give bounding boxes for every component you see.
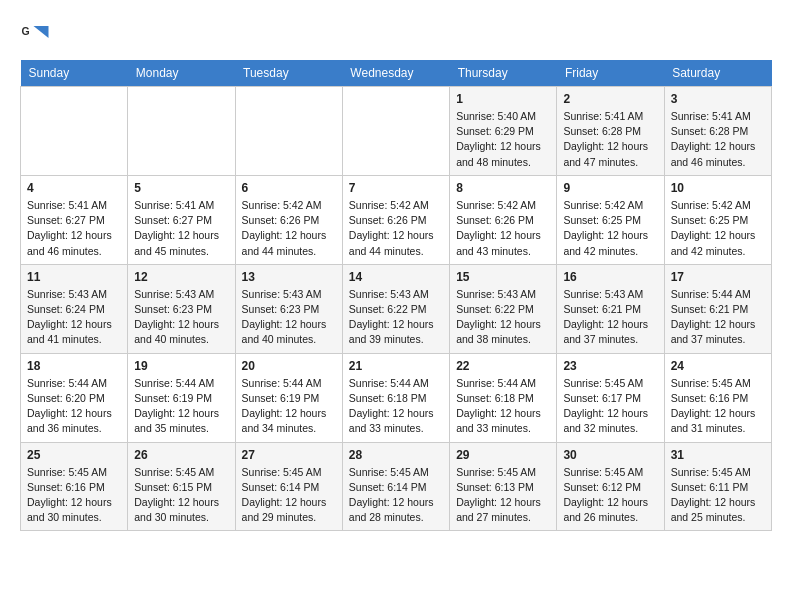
day-info: Sunrise: 5:43 AMSunset: 6:24 PMDaylight:…	[27, 287, 121, 348]
day-info: Sunrise: 5:44 AMSunset: 6:21 PMDaylight:…	[671, 287, 765, 348]
calendar-cell: 21Sunrise: 5:44 AMSunset: 6:18 PMDayligh…	[342, 353, 449, 442]
day-info: Sunrise: 5:40 AMSunset: 6:29 PMDaylight:…	[456, 109, 550, 170]
day-info: Sunrise: 5:42 AMSunset: 6:26 PMDaylight:…	[349, 198, 443, 259]
week-row-2: 4Sunrise: 5:41 AMSunset: 6:27 PMDaylight…	[21, 175, 772, 264]
day-number: 18	[27, 359, 121, 373]
day-info: Sunrise: 5:44 AMSunset: 6:18 PMDaylight:…	[456, 376, 550, 437]
day-number: 30	[563, 448, 657, 462]
day-info: Sunrise: 5:45 AMSunset: 6:13 PMDaylight:…	[456, 465, 550, 526]
calendar-cell: 15Sunrise: 5:43 AMSunset: 6:22 PMDayligh…	[450, 264, 557, 353]
day-info: Sunrise: 5:44 AMSunset: 6:20 PMDaylight:…	[27, 376, 121, 437]
calendar-cell	[342, 87, 449, 176]
header-day-sunday: Sunday	[21, 60, 128, 87]
day-info: Sunrise: 5:45 AMSunset: 6:17 PMDaylight:…	[563, 376, 657, 437]
calendar-cell	[21, 87, 128, 176]
day-number: 12	[134, 270, 228, 284]
day-info: Sunrise: 5:43 AMSunset: 6:23 PMDaylight:…	[242, 287, 336, 348]
calendar-cell: 25Sunrise: 5:45 AMSunset: 6:16 PMDayligh…	[21, 442, 128, 531]
day-number: 16	[563, 270, 657, 284]
day-number: 6	[242, 181, 336, 195]
week-row-1: 1Sunrise: 5:40 AMSunset: 6:29 PMDaylight…	[21, 87, 772, 176]
calendar-cell: 16Sunrise: 5:43 AMSunset: 6:21 PMDayligh…	[557, 264, 664, 353]
calendar-cell: 27Sunrise: 5:45 AMSunset: 6:14 PMDayligh…	[235, 442, 342, 531]
day-info: Sunrise: 5:41 AMSunset: 6:28 PMDaylight:…	[671, 109, 765, 170]
day-number: 23	[563, 359, 657, 373]
calendar-cell: 20Sunrise: 5:44 AMSunset: 6:19 PMDayligh…	[235, 353, 342, 442]
calendar-cell: 1Sunrise: 5:40 AMSunset: 6:29 PMDaylight…	[450, 87, 557, 176]
svg-text:G: G	[22, 25, 30, 37]
day-info: Sunrise: 5:42 AMSunset: 6:25 PMDaylight:…	[563, 198, 657, 259]
logo-icon: G	[20, 20, 50, 50]
day-number: 10	[671, 181, 765, 195]
day-number: 28	[349, 448, 443, 462]
day-number: 26	[134, 448, 228, 462]
day-number: 7	[349, 181, 443, 195]
calendar-cell: 14Sunrise: 5:43 AMSunset: 6:22 PMDayligh…	[342, 264, 449, 353]
header-day-thursday: Thursday	[450, 60, 557, 87]
day-info: Sunrise: 5:42 AMSunset: 6:26 PMDaylight:…	[456, 198, 550, 259]
day-number: 25	[27, 448, 121, 462]
day-info: Sunrise: 5:42 AMSunset: 6:26 PMDaylight:…	[242, 198, 336, 259]
calendar-cell: 24Sunrise: 5:45 AMSunset: 6:16 PMDayligh…	[664, 353, 771, 442]
day-number: 5	[134, 181, 228, 195]
day-number: 15	[456, 270, 550, 284]
calendar-cell: 5Sunrise: 5:41 AMSunset: 6:27 PMDaylight…	[128, 175, 235, 264]
week-row-5: 25Sunrise: 5:45 AMSunset: 6:16 PMDayligh…	[21, 442, 772, 531]
day-number: 29	[456, 448, 550, 462]
header-day-friday: Friday	[557, 60, 664, 87]
day-number: 21	[349, 359, 443, 373]
day-info: Sunrise: 5:45 AMSunset: 6:14 PMDaylight:…	[349, 465, 443, 526]
day-info: Sunrise: 5:41 AMSunset: 6:27 PMDaylight:…	[27, 198, 121, 259]
calendar-cell: 3Sunrise: 5:41 AMSunset: 6:28 PMDaylight…	[664, 87, 771, 176]
calendar-cell: 9Sunrise: 5:42 AMSunset: 6:25 PMDaylight…	[557, 175, 664, 264]
day-number: 3	[671, 92, 765, 106]
calendar-cell: 18Sunrise: 5:44 AMSunset: 6:20 PMDayligh…	[21, 353, 128, 442]
day-info: Sunrise: 5:41 AMSunset: 6:28 PMDaylight:…	[563, 109, 657, 170]
calendar-cell: 28Sunrise: 5:45 AMSunset: 6:14 PMDayligh…	[342, 442, 449, 531]
day-info: Sunrise: 5:45 AMSunset: 6:16 PMDaylight:…	[671, 376, 765, 437]
calendar-body: 1Sunrise: 5:40 AMSunset: 6:29 PMDaylight…	[21, 87, 772, 531]
calendar-cell: 13Sunrise: 5:43 AMSunset: 6:23 PMDayligh…	[235, 264, 342, 353]
day-info: Sunrise: 5:41 AMSunset: 6:27 PMDaylight:…	[134, 198, 228, 259]
calendar-cell: 8Sunrise: 5:42 AMSunset: 6:26 PMDaylight…	[450, 175, 557, 264]
calendar-cell: 31Sunrise: 5:45 AMSunset: 6:11 PMDayligh…	[664, 442, 771, 531]
day-number: 17	[671, 270, 765, 284]
day-info: Sunrise: 5:45 AMSunset: 6:15 PMDaylight:…	[134, 465, 228, 526]
calendar-cell: 26Sunrise: 5:45 AMSunset: 6:15 PMDayligh…	[128, 442, 235, 531]
header-row: SundayMondayTuesdayWednesdayThursdayFrid…	[21, 60, 772, 87]
logo: G	[20, 20, 56, 50]
calendar-cell: 29Sunrise: 5:45 AMSunset: 6:13 PMDayligh…	[450, 442, 557, 531]
svg-marker-1	[34, 26, 49, 38]
calendar-cell: 30Sunrise: 5:45 AMSunset: 6:12 PMDayligh…	[557, 442, 664, 531]
calendar-cell: 22Sunrise: 5:44 AMSunset: 6:18 PMDayligh…	[450, 353, 557, 442]
day-number: 20	[242, 359, 336, 373]
day-number: 9	[563, 181, 657, 195]
day-number: 22	[456, 359, 550, 373]
day-info: Sunrise: 5:44 AMSunset: 6:18 PMDaylight:…	[349, 376, 443, 437]
week-row-4: 18Sunrise: 5:44 AMSunset: 6:20 PMDayligh…	[21, 353, 772, 442]
page-header: G	[20, 20, 772, 50]
calendar-cell: 10Sunrise: 5:42 AMSunset: 6:25 PMDayligh…	[664, 175, 771, 264]
day-info: Sunrise: 5:45 AMSunset: 6:11 PMDaylight:…	[671, 465, 765, 526]
calendar-cell: 23Sunrise: 5:45 AMSunset: 6:17 PMDayligh…	[557, 353, 664, 442]
day-number: 2	[563, 92, 657, 106]
header-day-monday: Monday	[128, 60, 235, 87]
calendar-header: SundayMondayTuesdayWednesdayThursdayFrid…	[21, 60, 772, 87]
calendar-cell: 4Sunrise: 5:41 AMSunset: 6:27 PMDaylight…	[21, 175, 128, 264]
header-day-saturday: Saturday	[664, 60, 771, 87]
day-number: 1	[456, 92, 550, 106]
day-number: 4	[27, 181, 121, 195]
calendar-cell: 11Sunrise: 5:43 AMSunset: 6:24 PMDayligh…	[21, 264, 128, 353]
calendar-cell: 19Sunrise: 5:44 AMSunset: 6:19 PMDayligh…	[128, 353, 235, 442]
day-info: Sunrise: 5:42 AMSunset: 6:25 PMDaylight:…	[671, 198, 765, 259]
day-info: Sunrise: 5:45 AMSunset: 6:12 PMDaylight:…	[563, 465, 657, 526]
calendar-cell: 2Sunrise: 5:41 AMSunset: 6:28 PMDaylight…	[557, 87, 664, 176]
calendar-cell: 17Sunrise: 5:44 AMSunset: 6:21 PMDayligh…	[664, 264, 771, 353]
calendar-cell	[235, 87, 342, 176]
day-info: Sunrise: 5:43 AMSunset: 6:22 PMDaylight:…	[349, 287, 443, 348]
header-day-tuesday: Tuesday	[235, 60, 342, 87]
calendar-cell: 12Sunrise: 5:43 AMSunset: 6:23 PMDayligh…	[128, 264, 235, 353]
day-number: 11	[27, 270, 121, 284]
day-info: Sunrise: 5:45 AMSunset: 6:16 PMDaylight:…	[27, 465, 121, 526]
day-info: Sunrise: 5:43 AMSunset: 6:21 PMDaylight:…	[563, 287, 657, 348]
